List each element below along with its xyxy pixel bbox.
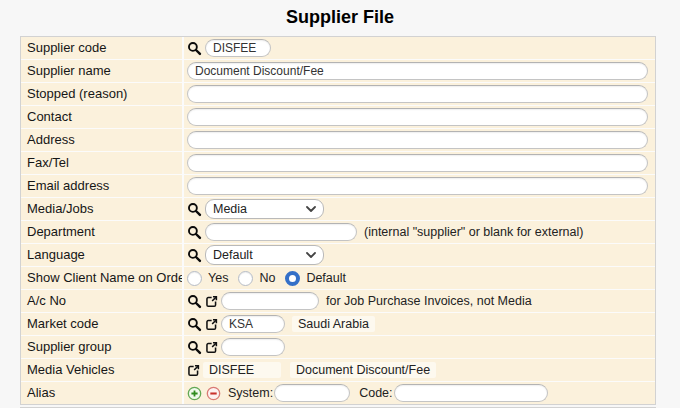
field-label-show-client-name: Show Client Name on Orders xyxy=(21,267,182,289)
field-label-language: Language xyxy=(21,244,182,266)
field-row-supplier-name xyxy=(184,60,655,82)
field-label-media-vehicles: Media Vehicles xyxy=(21,359,182,381)
alias-system-input[interactable] xyxy=(274,384,350,402)
external-link-icon[interactable] xyxy=(187,364,200,377)
alias-code-label: Code: xyxy=(359,386,392,400)
search-icon[interactable] xyxy=(187,294,202,309)
field-row-market-code: Saudi Arabia xyxy=(184,313,655,335)
field-label-stopped-reason: Stopped (reason) xyxy=(21,83,182,105)
radio-no[interactable] xyxy=(238,271,253,286)
language-select[interactable]: Default xyxy=(205,245,324,265)
field-label-email-address: Email address xyxy=(21,175,182,197)
external-link-icon[interactable] xyxy=(205,341,218,354)
department-input[interactable] xyxy=(205,223,357,241)
field-row-ac-no: for Job Purchase Invoices, not Media xyxy=(184,290,655,312)
field-row-media-jobs: Media xyxy=(184,198,655,220)
remove-icon[interactable] xyxy=(206,386,221,401)
media-vehicle-code: DISFEE xyxy=(203,362,281,378)
email-address-input[interactable] xyxy=(187,177,648,195)
field-row-supplier-group xyxy=(184,336,655,358)
field-row-supplier-code xyxy=(184,37,655,59)
search-icon[interactable] xyxy=(187,248,202,263)
field-label-department: Department xyxy=(21,221,182,243)
chevron-down-icon xyxy=(306,252,316,258)
field-row-show-client-name: Yes No Default xyxy=(184,267,655,289)
search-icon[interactable] xyxy=(187,202,202,217)
ac-no-hint: for Job Purchase Invoices, not Media xyxy=(326,294,532,308)
address-input[interactable] xyxy=(187,131,648,149)
media-jobs-select[interactable]: Media xyxy=(205,199,324,219)
field-label-supplier-name: Supplier name xyxy=(21,60,182,82)
radio-default-label: Default xyxy=(306,271,346,285)
field-label-address: Address xyxy=(21,129,182,151)
media-vehicle-description: Document Discount/Fee xyxy=(290,362,436,378)
supplier-code-input[interactable] xyxy=(205,39,271,57)
radio-yes[interactable] xyxy=(187,271,202,286)
field-row-department: (internal "supplier" or blank for extern… xyxy=(184,221,655,243)
fax-tel-input[interactable] xyxy=(187,154,648,172)
search-icon[interactable] xyxy=(187,41,202,56)
field-label-alias: Alias xyxy=(21,382,182,404)
external-link-icon[interactable] xyxy=(205,295,218,308)
field-row-email-address xyxy=(184,175,655,197)
alias-system-label: System: xyxy=(228,386,273,400)
add-icon[interactable] xyxy=(187,386,202,401)
field-label-ac-no: A/c No xyxy=(21,290,182,312)
field-row-alias: System: Code: xyxy=(184,382,655,404)
search-icon[interactable] xyxy=(187,317,202,332)
language-select-value: Default xyxy=(213,248,253,262)
field-row-contact xyxy=(184,106,655,128)
supplier-name-input[interactable] xyxy=(187,62,648,80)
field-row-language: Default xyxy=(184,244,655,266)
field-label-contact: Contact xyxy=(21,106,182,128)
field-label-supplier-code: Supplier code xyxy=(21,37,182,59)
field-row-address xyxy=(184,129,655,151)
market-code-description: Saudi Arabia xyxy=(292,316,375,332)
supplier-file-form: Supplier code Supplier name Stopped (rea… xyxy=(20,36,656,408)
field-row-fax-tel xyxy=(184,152,655,174)
radio-yes-label: Yes xyxy=(208,271,228,285)
field-label-market-code: Market code xyxy=(21,313,182,335)
field-row-stopped-reason xyxy=(184,83,655,105)
radio-no-label: No xyxy=(259,271,275,285)
supplier-group-input[interactable] xyxy=(221,338,285,356)
radio-default-selected[interactable] xyxy=(285,271,300,286)
field-row-media-vehicles: DISFEE Document Discount/Fee xyxy=(184,359,655,381)
chevron-down-icon xyxy=(306,206,316,212)
ac-no-input[interactable] xyxy=(221,292,319,310)
search-icon[interactable] xyxy=(187,340,202,355)
field-label-supplier-group: Supplier group xyxy=(21,336,182,358)
department-hint: (internal "supplier" or blank for extern… xyxy=(364,225,583,239)
field-label-media-jobs: Media/Jobs xyxy=(21,198,182,220)
search-icon[interactable] xyxy=(187,225,202,240)
external-link-icon[interactable] xyxy=(205,318,218,331)
market-code-input[interactable] xyxy=(221,315,285,333)
stopped-reason-input[interactable] xyxy=(187,85,648,103)
field-label-fax-tel: Fax/Tel xyxy=(21,152,182,174)
contact-input[interactable] xyxy=(187,108,648,126)
page-title: Supplier File xyxy=(0,7,680,28)
media-jobs-select-value: Media xyxy=(213,202,247,216)
alias-code-input[interactable] xyxy=(394,384,548,402)
